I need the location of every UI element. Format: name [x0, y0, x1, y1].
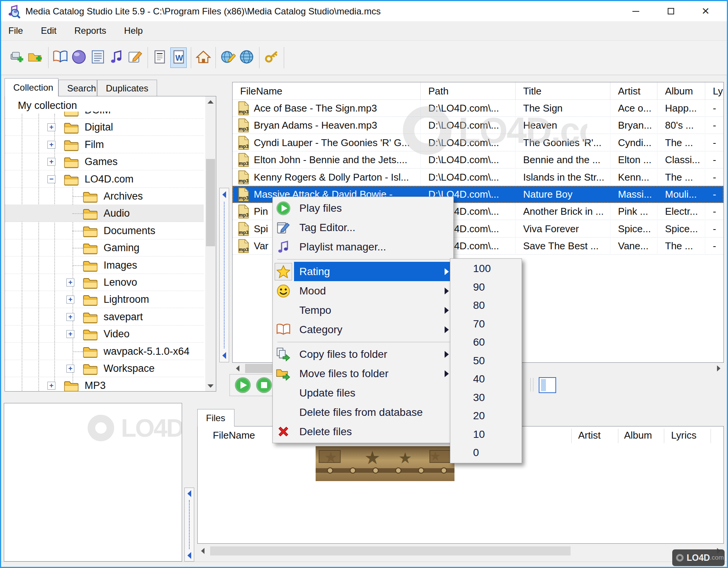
play-button[interactable] [234, 377, 251, 393]
column-header[interactable]: Lyrics [671, 430, 697, 441]
rating-option-50[interactable]: 50 [450, 352, 522, 370]
column-header[interactable]: FileName [213, 430, 255, 441]
column-header[interactable]: Artist [578, 430, 601, 441]
file-row[interactable]: mp3Elton John - Bennie and the Jets....D… [233, 151, 723, 168]
scroll-down-button[interactable] [205, 381, 216, 391]
rating-option-10[interactable]: 10 [450, 425, 522, 444]
tree-item-archives[interactable]: Archives [5, 188, 204, 205]
rating-option-20[interactable]: 20 [450, 407, 522, 425]
scroll-left-button[interactable] [232, 363, 243, 374]
tree-v-scrollbar[interactable] [205, 96, 216, 391]
tree-item-video[interactable]: +Video [5, 326, 204, 343]
rating-option-60[interactable]: 60 [450, 333, 522, 352]
scroll-right-button[interactable] [713, 363, 724, 374]
tree-item-film[interactable]: +Film [5, 136, 204, 153]
add-folder-button[interactable] [27, 47, 44, 68]
list-button[interactable] [90, 47, 106, 68]
lo4d-badge[interactable]: LO4D .com [672, 549, 725, 566]
expand-toggle[interactable]: + [66, 330, 74, 338]
file-row[interactable]: mp3Kenny Rogers & Dolly Parton - Isl...D… [233, 169, 723, 186]
menu-item-move-files-to-folder[interactable]: Move files to folder [273, 364, 453, 383]
stop-button[interactable] [256, 377, 272, 393]
rating-option-40[interactable]: 40 [450, 370, 522, 389]
rating-option-80[interactable]: 80 [450, 296, 522, 315]
menu-file[interactable]: File [2, 23, 30, 38]
rating-option-100[interactable]: 100 [450, 260, 522, 278]
file-row[interactable]: mp3Cyndi Lauper - The Goonies 'R' G...D:… [233, 134, 723, 151]
tree-item-games[interactable]: +Games [5, 153, 204, 170]
scroll-left-button[interactable] [197, 546, 208, 556]
file-row[interactable]: mp3Bryan Adams - Heaven.mp3D:\LO4D.com\.… [233, 117, 723, 134]
menu-reports[interactable]: Reports [68, 23, 113, 38]
toggle-panel-button[interactable] [539, 377, 556, 393]
menu-help[interactable]: Help [118, 23, 149, 38]
column-header-album[interactable]: Album [657, 82, 705, 100]
menu-item-copy-files-to-folder[interactable]: Copy files to folder [273, 345, 453, 364]
column-header-lyr[interactable]: Lyr [705, 82, 724, 100]
menu-item-mood[interactable]: Mood [273, 281, 453, 301]
expand-toggle[interactable]: + [47, 382, 55, 390]
menu-item-update-files[interactable]: Update files [273, 383, 453, 403]
rating-option-0[interactable]: 0 [450, 444, 522, 462]
tree-item-documents[interactable]: Documents [5, 222, 204, 239]
column-header-artist[interactable]: Artist [610, 82, 657, 100]
web-edit-button[interactable] [220, 47, 236, 68]
maximize-button[interactable] [653, 1, 688, 21]
tree-item-digital[interactable]: +Digital [5, 119, 204, 136]
scroll-up-button[interactable] [205, 96, 216, 107]
column-header-filename[interactable]: FileName [233, 82, 421, 100]
tree-item-lightroom[interactable]: +Lightroom [5, 291, 204, 308]
menu-item-play-files[interactable]: Play files [273, 198, 453, 218]
tree-item-lenovo[interactable]: +Lenovo [5, 274, 204, 291]
tree-item-audio[interactable]: Audio [5, 205, 204, 222]
tree-item-wavpack-5-1-0-x64[interactable]: wavpack-5.1.0-x64 [5, 343, 204, 360]
menu-edit[interactable]: Edit [35, 23, 63, 38]
menu-item-delete-files-from-database[interactable]: Delete files from database [273, 403, 453, 422]
tree-item-mp3[interactable]: +MP3 [5, 377, 204, 392]
expand-toggle[interactable]: + [47, 123, 55, 131]
menu-item-tag-editor[interactable]: Tag Editor... [273, 218, 453, 237]
word-report-button[interactable]: W [170, 47, 187, 68]
home-button[interactable] [195, 47, 211, 68]
tab-duplicates[interactable]: Duplicates [97, 80, 157, 96]
minimize-button[interactable] [618, 1, 653, 21]
column-header-path[interactable]: Path [421, 82, 516, 100]
column-header-title[interactable]: Title [516, 82, 610, 100]
edit-button[interactable] [127, 47, 143, 68]
expand-toggle[interactable]: + [47, 158, 55, 166]
tab-search[interactable]: Search [58, 80, 97, 96]
expand-toggle[interactable]: + [66, 278, 74, 286]
expand-toggle[interactable]: + [66, 313, 74, 321]
add-files-button[interactable] [9, 47, 25, 68]
tree-item-lo4d-com[interactable]: −LO4D.com [5, 171, 204, 188]
rating-option-90[interactable]: 90 [450, 278, 522, 297]
tree-item-gaming[interactable]: Gaming [5, 239, 204, 256]
rating-option-70[interactable]: 70 [450, 315, 522, 334]
music-note-button[interactable] [108, 47, 124, 68]
menu-item-playlist-manager[interactable]: Playlist manager... [273, 237, 453, 256]
collapse-toggle[interactable]: − [47, 175, 55, 183]
scrollbar-thumb[interactable] [210, 546, 571, 555]
book-button[interactable] [52, 47, 68, 68]
tree-item-images[interactable]: Images [5, 257, 204, 274]
web-button[interactable] [239, 47, 255, 68]
tree-item-savepart[interactable]: +savepart [5, 308, 204, 326]
disc-button[interactable] [71, 47, 87, 68]
file-row[interactable]: mp3Ace of Base - The Sign.mp3D:\LO4D.com… [233, 100, 723, 117]
menu-item-tempo[interactable]: Tempo [273, 301, 453, 320]
close-button[interactable]: × [688, 1, 723, 21]
menu-item-category[interactable]: Category [273, 320, 453, 339]
menu-item-delete-files[interactable]: Delete files [273, 422, 453, 441]
column-header[interactable]: Album [624, 430, 652, 441]
menu-item-rating[interactable]: Rating [273, 262, 453, 281]
key-button[interactable] [263, 47, 280, 68]
expand-toggle[interactable]: + [66, 296, 74, 304]
expand-toggle[interactable]: + [66, 365, 74, 373]
tree-item-workspace[interactable]: +Workspace [5, 360, 204, 377]
document-button[interactable] [152, 47, 168, 68]
vertical-splitter[interactable] [219, 188, 229, 362]
bottom-splitter[interactable] [184, 488, 194, 562]
tree-root-node[interactable]: My collection [18, 100, 77, 112]
bottom-h-scrollbar[interactable] [197, 545, 724, 557]
expand-toggle[interactable]: + [47, 141, 55, 149]
